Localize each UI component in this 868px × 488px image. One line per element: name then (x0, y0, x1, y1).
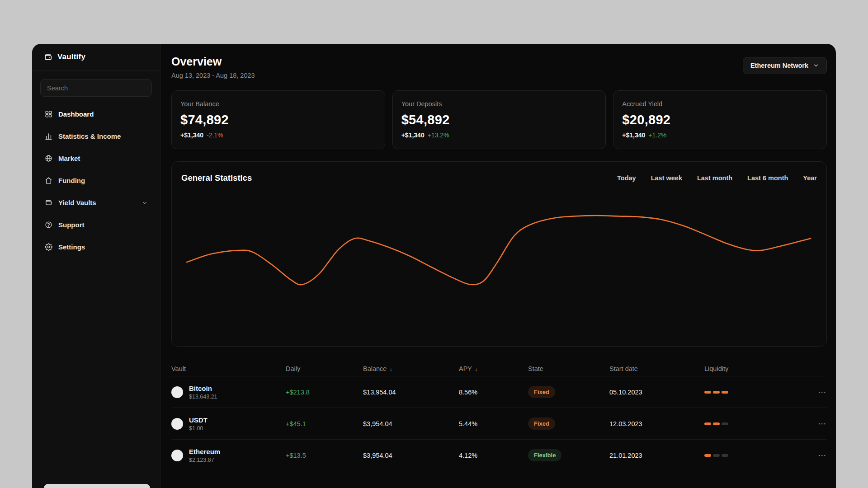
start-date: 12.03.2023 (609, 420, 704, 427)
daily-change: +$213.8 (286, 389, 363, 396)
stat-card-change: +$1,340 -2.1% (180, 131, 376, 139)
column-header-state[interactable]: State (528, 365, 609, 372)
filter-last-month[interactable]: Last month (697, 174, 732, 182)
row-menu-button[interactable]: ⋯ (806, 387, 827, 397)
column-header-balance[interactable]: Balance↓ (363, 365, 459, 372)
vault-price: $1.00 (189, 425, 208, 432)
column-header-start-date[interactable]: Start date (609, 365, 704, 372)
column-label: Start date (609, 365, 638, 372)
liquidity-dot (722, 454, 728, 457)
liquidity-dot (704, 422, 711, 425)
sidebar-item-funding[interactable]: Funding (32, 169, 160, 192)
search-input[interactable] (40, 79, 152, 97)
chevron-down-icon (142, 200, 148, 206)
line-chart (181, 188, 817, 337)
sidebar-item-label: Support (58, 221, 85, 229)
sort-desc-icon: ↓ (475, 366, 478, 372)
row-menu-button[interactable]: ⋯ (806, 418, 827, 429)
stat-change-amount: +$1,340 (622, 131, 645, 139)
coin-icon (171, 386, 183, 398)
panel-title: General Statistics (181, 173, 252, 183)
state-badge: Fixed (528, 418, 555, 430)
dashboard-grid-icon (44, 110, 52, 118)
network-selector-button[interactable]: Ethereum Network (743, 57, 827, 74)
sidebar-item-settings[interactable]: Settings (32, 236, 160, 258)
column-label: Daily (286, 365, 300, 372)
sidebar-item-label: Dashboard (58, 110, 94, 118)
state-cell: Flexible (528, 449, 609, 461)
vault-cell: USDT $1.00 (171, 416, 286, 432)
sidebar-item-yield-vaults[interactable]: Yield Vaults (32, 192, 160, 214)
sidebar-item-support[interactable]: Support (32, 214, 160, 236)
stat-change-amount: +$1,340 (180, 131, 203, 139)
start-date: 21.01.2023 (609, 452, 704, 459)
sidebar-item-label: Statistics & Income (58, 132, 121, 140)
liquidity-dot (704, 391, 711, 394)
page-header: Overview Aug 13, 2023 - Aug 18, 2023 Eth… (171, 44, 827, 79)
stat-change-percent: +13.2% (428, 131, 449, 139)
vault-text: Bitcoin $13,643.21 (189, 385, 217, 400)
stat-card-label: Your Deposits (401, 100, 597, 108)
stat-card-change: +$1,340 +1.2% (622, 131, 818, 139)
home-icon (44, 177, 52, 185)
stat-change-percent: -2.1% (207, 131, 223, 139)
wallet-icon (44, 199, 52, 207)
sidebar-bottom-panel (44, 484, 150, 488)
app-logo: Vaultify (32, 44, 160, 70)
daily-change: +$45.1 (286, 420, 363, 427)
table-row-bitcoin[interactable]: Bitcoin $13,643.21 +$213.8 $13,954.04 8.… (171, 376, 827, 408)
column-header-liquidity[interactable]: Liquidity (704, 365, 806, 372)
vault-cell: Ethereum $2,123.87 (171, 448, 286, 463)
panel-header: General Statistics Today Last week Last … (181, 173, 817, 183)
table-row-ethereum[interactable]: Ethereum $2,123.87 +$13.5 $3,954.04 4.12… (171, 439, 827, 471)
wallet-logo-icon (44, 53, 52, 61)
filter-today[interactable]: Today (617, 174, 636, 182)
stat-card-label: Your Balance (180, 100, 376, 108)
stat-card-value: $74,892 (180, 113, 376, 127)
chart-line (187, 216, 811, 285)
liquidity-dot (704, 454, 711, 457)
vault-cell: Bitcoin $13,643.21 (171, 385, 286, 400)
liquidity-dot (713, 422, 720, 425)
sidebar-nav: Dashboard Statistics & Income Market (32, 103, 160, 258)
coin-icon (171, 450, 183, 461)
state-cell: Fixed (528, 386, 609, 398)
network-selector-label: Ethereum Network (750, 62, 808, 69)
stat-card-value: $54,892 (401, 113, 597, 127)
filter-year[interactable]: Year (803, 174, 817, 182)
time-filters: Today Last week Last month Last 6 month … (617, 174, 817, 182)
sidebar-item-statistics-income[interactable]: Statistics & Income (32, 125, 160, 147)
sidebar-item-label: Settings (58, 243, 85, 251)
vault-price: $13,643.21 (189, 394, 217, 400)
row-menu-button[interactable]: ⋯ (806, 450, 827, 460)
apy-value: 8.56% (459, 389, 528, 396)
chevron-down-icon (813, 62, 819, 69)
gear-icon (44, 243, 52, 251)
column-label: Liquidity (704, 365, 728, 372)
filter-last-week[interactable]: Last week (651, 174, 682, 182)
sidebar-item-label: Yield Vaults (58, 199, 96, 206)
sidebar-item-dashboard[interactable]: Dashboard (32, 103, 160, 125)
page-title: Overview (171, 55, 255, 68)
sidebar-item-market[interactable]: Market (32, 147, 160, 169)
stat-card: Accrued Yield $20,892 +$1,340 +1.2% (613, 90, 827, 149)
state-badge: Flexible (528, 449, 561, 461)
stat-card-value: $20,892 (622, 113, 818, 127)
stat-cards-row: Your Balance $74,892 +$1,340 -2.1% Your … (171, 90, 827, 149)
bar-chart-icon (44, 132, 52, 141)
apy-value: 5.44% (459, 420, 528, 427)
sidebar-item-label: Market (58, 155, 80, 162)
table-header-row: Vault Daily Balance↓ APY↓ State Start da… (171, 361, 827, 376)
column-header-apy[interactable]: APY↓ (459, 365, 528, 372)
sort-desc-icon: ↓ (389, 366, 392, 372)
table-row-usdt[interactable]: USDT $1.00 +$45.1 $3,954.04 5.44% Fixed … (171, 408, 827, 439)
vault-name: Bitcoin (189, 385, 217, 392)
date-range: Aug 13, 2023 - Aug 18, 2023 (171, 72, 255, 79)
column-header-daily[interactable]: Daily (286, 365, 363, 372)
stat-card-label: Accrued Yield (622, 100, 818, 108)
liquidity-dot (713, 391, 720, 394)
filter-last-6-month[interactable]: Last 6 month (747, 174, 788, 182)
column-header-vault[interactable]: Vault (171, 365, 286, 372)
vault-name: USDT (189, 416, 208, 424)
vault-price: $2,123.87 (189, 457, 220, 463)
